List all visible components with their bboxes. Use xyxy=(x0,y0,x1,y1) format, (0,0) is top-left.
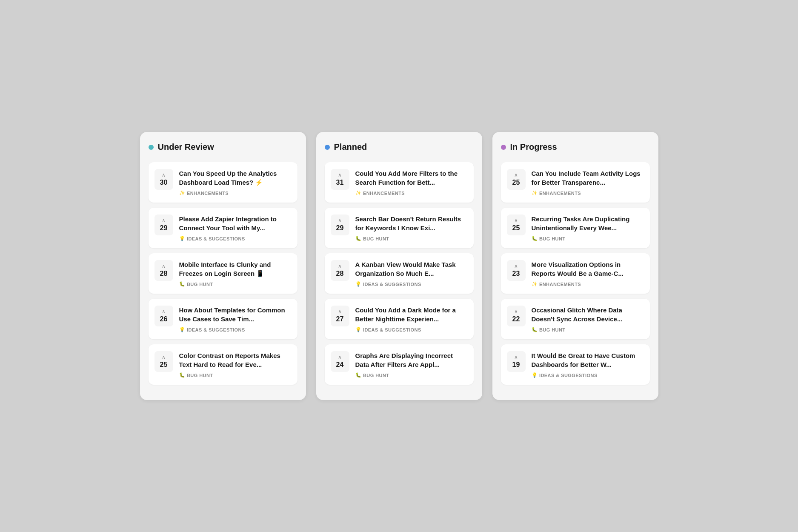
tag-text: BUG HUNT xyxy=(187,282,213,287)
card-content: Please Add Zapier Integration to Connect… xyxy=(179,215,292,241)
card-content: Occasional Glitch Where Data Doesn't Syn… xyxy=(532,306,644,332)
upvote-arrow[interactable]: ∧ xyxy=(162,309,166,314)
card-title: Can You Speed Up the Analytics Dashboard… xyxy=(179,169,292,187)
vote-box[interactable]: ∧27 xyxy=(331,306,349,326)
vote-count: 19 xyxy=(512,360,520,369)
card-content: Could You Add More Filters to the Search… xyxy=(355,169,468,196)
card[interactable]: ∧27Could You Add a Dark Mode for a Bette… xyxy=(325,299,474,339)
card-content: Mobile Interface Is Clunky and Freezes o… xyxy=(179,260,292,287)
vote-box[interactable]: ∧22 xyxy=(507,306,526,326)
kanban-board: Under Review∧30Can You Speed Up the Anal… xyxy=(140,132,658,400)
tag-text: IDEAS & SUGGESTIONS xyxy=(363,327,421,332)
card[interactable]: ∧25Recurring Tasks Are Duplicating Unint… xyxy=(501,208,650,248)
column-title-in-progress: In Progress xyxy=(510,142,557,152)
tag-icon: 🐛 xyxy=(179,372,185,378)
vote-box[interactable]: ∧24 xyxy=(331,351,349,372)
card-title: Color Contrast on Reports Makes Text Har… xyxy=(179,351,292,369)
card-title: A Kanban View Would Make Task Organizati… xyxy=(355,260,468,278)
upvote-arrow[interactable]: ∧ xyxy=(338,218,342,223)
tag-icon: ✨ xyxy=(355,190,361,196)
upvote-arrow[interactable]: ∧ xyxy=(162,172,166,177)
vote-count: 28 xyxy=(160,269,168,277)
column-title-under-review: Under Review xyxy=(158,142,214,152)
tag-text: IDEAS & SUGGESTIONS xyxy=(187,327,245,332)
vote-box[interactable]: ∧23 xyxy=(507,260,526,281)
upvote-arrow[interactable]: ∧ xyxy=(162,355,166,360)
upvote-arrow[interactable]: ∧ xyxy=(514,218,518,223)
vote-box[interactable]: ∧25 xyxy=(154,351,173,372)
card-content: Can You Include Team Activity Logs for B… xyxy=(532,169,644,196)
card[interactable]: ∧23More Visualization Options in Reports… xyxy=(501,253,650,294)
vote-count: 25 xyxy=(512,178,520,186)
card[interactable]: ∧29Search Bar Doesn't Return Results for… xyxy=(325,208,474,248)
card[interactable]: ∧29Please Add Zapier Integration to Conn… xyxy=(149,208,297,248)
card[interactable]: ∧24Graphs Are Displaying Incorrect Data … xyxy=(325,344,474,385)
tag-text: IDEAS & SUGGESTIONS xyxy=(363,282,421,287)
upvote-arrow[interactable]: ∧ xyxy=(338,309,342,314)
card-tag: 🐛BUG HUNT xyxy=(532,327,644,332)
card-tag: 🐛BUG HUNT xyxy=(179,372,292,378)
card[interactable]: ∧25Color Contrast on Reports Makes Text … xyxy=(149,344,297,385)
tag-icon: 🐛 xyxy=(532,236,538,241)
column-in-progress: In Progress∧25Can You Include Team Activ… xyxy=(492,132,658,400)
vote-box[interactable]: ∧28 xyxy=(154,260,173,281)
vote-count: 30 xyxy=(160,178,168,186)
vote-box[interactable]: ∧28 xyxy=(331,260,349,281)
card[interactable]: ∧25Can You Include Team Activity Logs fo… xyxy=(501,162,650,203)
vote-box[interactable]: ∧29 xyxy=(154,215,173,235)
vote-box[interactable]: ∧19 xyxy=(507,351,526,372)
card[interactable]: ∧28A Kanban View Would Make Task Organiz… xyxy=(325,253,474,294)
vote-box[interactable]: ∧31 xyxy=(331,169,349,190)
card-tag: 💡IDEAS & SUGGESTIONS xyxy=(355,327,468,332)
tag-text: ENHANCEMENTS xyxy=(539,191,581,196)
card-content: More Visualization Options in Reports Wo… xyxy=(532,260,644,287)
card-title: Could You Add a Dark Mode for a Better N… xyxy=(355,306,468,323)
vote-box[interactable]: ∧25 xyxy=(507,215,526,235)
vote-box[interactable]: ∧29 xyxy=(331,215,349,235)
card[interactable]: ∧30Can You Speed Up the Analytics Dashbo… xyxy=(149,162,297,203)
upvote-arrow[interactable]: ∧ xyxy=(162,263,166,269)
vote-count: 31 xyxy=(336,178,344,186)
tag-icon: 🐛 xyxy=(532,327,538,332)
upvote-arrow[interactable]: ∧ xyxy=(514,309,518,314)
tag-text: BUG HUNT xyxy=(539,236,566,241)
vote-box[interactable]: ∧26 xyxy=(154,306,173,326)
tag-icon: 💡 xyxy=(355,281,361,287)
tag-text: ENHANCEMENTS xyxy=(539,282,581,287)
upvote-arrow[interactable]: ∧ xyxy=(514,172,518,177)
vote-count: 24 xyxy=(336,360,344,369)
card-tag: ✨ENHANCEMENTS xyxy=(179,190,292,196)
tag-icon: 🐛 xyxy=(179,281,185,287)
card[interactable]: ∧31Could You Add More Filters to the Sea… xyxy=(325,162,474,203)
tag-icon: ✨ xyxy=(179,190,185,196)
card[interactable]: ∧28Mobile Interface Is Clunky and Freeze… xyxy=(149,253,297,294)
card-content: A Kanban View Would Make Task Organizati… xyxy=(355,260,468,287)
card[interactable]: ∧19It Would Be Great to Have Custom Dash… xyxy=(501,344,650,385)
card[interactable]: ∧22Occasional Glitch Where Data Doesn't … xyxy=(501,299,650,339)
tag-icon: 🐛 xyxy=(355,236,361,241)
tag-icon: 💡 xyxy=(179,236,185,241)
vote-box[interactable]: ∧25 xyxy=(507,169,526,190)
card-content: It Would Be Great to Have Custom Dashboa… xyxy=(532,351,644,378)
vote-count: 29 xyxy=(336,224,344,232)
vote-count: 26 xyxy=(160,315,168,323)
card-tag: 💡IDEAS & SUGGESTIONS xyxy=(532,372,644,378)
card-content: How About Templates for Common Use Cases… xyxy=(179,306,292,332)
tag-icon: 💡 xyxy=(179,327,185,332)
tag-icon: ✨ xyxy=(532,190,538,196)
column-dot-planned xyxy=(325,145,330,150)
vote-count: 25 xyxy=(512,224,520,232)
column-dot-under-review xyxy=(149,145,154,150)
upvote-arrow[interactable]: ∧ xyxy=(514,355,518,360)
upvote-arrow[interactable]: ∧ xyxy=(338,172,342,177)
upvote-arrow[interactable]: ∧ xyxy=(162,218,166,223)
card-title: It Would Be Great to Have Custom Dashboa… xyxy=(532,351,644,369)
card[interactable]: ∧26How About Templates for Common Use Ca… xyxy=(149,299,297,339)
card-tag: 🐛BUG HUNT xyxy=(179,281,292,287)
vote-count: 25 xyxy=(160,360,168,369)
vote-box[interactable]: ∧30 xyxy=(154,169,173,190)
upvote-arrow[interactable]: ∧ xyxy=(514,263,518,269)
card-title: Occasional Glitch Where Data Doesn't Syn… xyxy=(532,306,644,323)
upvote-arrow[interactable]: ∧ xyxy=(338,263,342,269)
upvote-arrow[interactable]: ∧ xyxy=(338,355,342,360)
